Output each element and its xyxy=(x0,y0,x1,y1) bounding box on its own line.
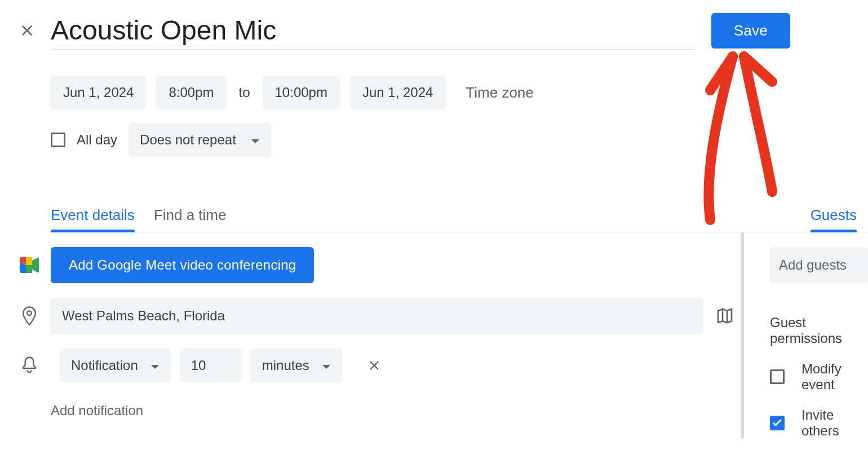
svg-point-1 xyxy=(27,311,32,315)
location-icon xyxy=(8,306,51,326)
timezone-link[interactable]: Time zone xyxy=(466,84,533,102)
notification-type-dropdown[interactable]: Notification xyxy=(60,349,171,382)
add-notification-link[interactable]: Add notification xyxy=(51,403,143,419)
save-button[interactable]: Save xyxy=(711,13,790,49)
notification-unit-dropdown[interactable]: minutes xyxy=(251,349,342,382)
modify-event-label: Modify event xyxy=(801,361,868,393)
bell-icon xyxy=(8,356,51,375)
google-meet-icon xyxy=(8,257,51,273)
to-label: to xyxy=(237,85,253,100)
tab-guests[interactable]: Guests xyxy=(811,206,857,232)
remove-notification-button[interactable] xyxy=(362,354,386,377)
guest-permissions-title: Guest permissions xyxy=(770,315,868,346)
repeat-label: Does not repeat xyxy=(140,132,236,148)
notification-type-label: Notification xyxy=(71,358,138,373)
end-date-picker[interactable]: Jun 1, 2024 xyxy=(350,76,445,109)
invite-others-label: Invite others xyxy=(801,407,868,439)
repeat-dropdown[interactable]: Does not repeat xyxy=(129,123,271,157)
map-icon[interactable] xyxy=(711,302,738,329)
all-day-label: All day xyxy=(77,132,117,148)
location-input[interactable] xyxy=(51,298,703,334)
tab-find-a-time[interactable]: Find a time xyxy=(154,206,227,232)
chevron-down-icon xyxy=(150,358,160,373)
notification-unit-label: minutes xyxy=(262,358,309,373)
add-guests-input[interactable] xyxy=(770,247,868,283)
tab-event-details[interactable]: Event details xyxy=(51,206,135,232)
chevron-down-icon xyxy=(251,132,260,148)
add-google-meet-button[interactable]: Add Google Meet video conferencing xyxy=(51,247,314,283)
start-time-picker[interactable]: 8:00pm xyxy=(156,76,226,109)
all-day-checkbox[interactable] xyxy=(51,133,65,147)
close-icon[interactable] xyxy=(14,17,41,44)
chevron-down-icon xyxy=(322,358,331,373)
event-title-input[interactable] xyxy=(51,11,694,50)
notification-value-input[interactable] xyxy=(180,349,242,382)
modify-event-checkbox[interactable] xyxy=(770,369,785,384)
end-time-picker[interactable]: 10:00pm xyxy=(263,76,340,109)
start-date-picker[interactable]: Jun 1, 2024 xyxy=(51,76,146,109)
invite-others-checkbox[interactable] xyxy=(770,416,785,430)
